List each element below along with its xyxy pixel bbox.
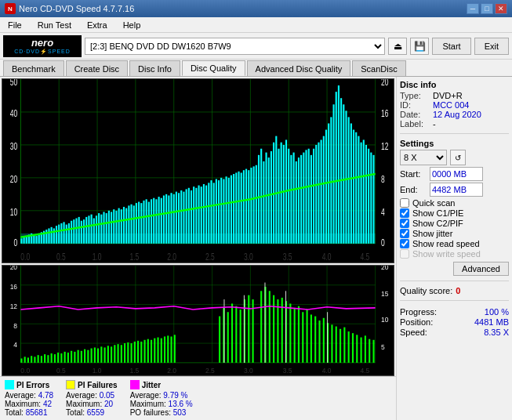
show-jitter-checkbox[interactable] — [400, 229, 409, 238]
svg-rect-219 — [100, 346, 102, 362]
svg-rect-212 — [78, 350, 79, 363]
logo-sub: CD·DVD⚡SPEED — [14, 49, 71, 55]
show-write-speed-checkbox[interactable] — [400, 249, 409, 259]
svg-rect-229 — [134, 342, 136, 363]
pi-failures-avg: Average: 0.05 — [66, 391, 118, 400]
svg-text:20: 20 — [10, 266, 18, 271]
svg-rect-99 — [228, 178, 230, 244]
svg-rect-56 — [121, 209, 122, 244]
tab-disc-info[interactable]: Disc Info — [129, 60, 180, 76]
svg-text:0: 0 — [13, 237, 17, 248]
svg-rect-218 — [97, 349, 99, 363]
chart2-svg: 20 16 12 8 4 20 15 10 5 0.0 0.5 1.0 1.5 … — [2, 266, 394, 375]
svg-rect-63 — [138, 202, 140, 244]
drive-select[interactable]: [2:3] BENQ DVD DD DW1620 B7W9 — [85, 38, 385, 55]
svg-rect-95 — [218, 180, 220, 244]
svg-rect-221 — [107, 346, 109, 363]
svg-rect-90 — [205, 186, 207, 244]
svg-rect-65 — [143, 201, 144, 244]
start-input[interactable] — [430, 167, 483, 181]
tab-benchmark[interactable]: Benchmark — [3, 60, 64, 76]
show-c2pif-checkbox[interactable] — [400, 219, 409, 228]
refresh-button[interactable]: ↺ — [450, 150, 466, 165]
show-jitter-label: Show jitter — [412, 229, 452, 238]
pi-failures-avg-val: 0.05 — [100, 391, 114, 400]
svg-rect-262 — [307, 310, 308, 363]
svg-rect-245 — [231, 303, 233, 362]
start-button[interactable]: Start — [432, 38, 470, 55]
show-read-speed-checkbox[interactable] — [400, 239, 409, 248]
tab-disc-quality[interactable]: Disc Quality — [182, 60, 245, 76]
svg-rect-89 — [203, 184, 205, 244]
exit-button[interactable]: Exit — [474, 38, 509, 55]
svg-rect-31 — [58, 225, 60, 244]
quality-score-value: 0 — [456, 286, 460, 295]
svg-rect-82 — [186, 189, 187, 243]
svg-rect-93 — [213, 183, 215, 243]
svg-text:15: 15 — [381, 290, 389, 298]
menu-extra[interactable]: Extra — [82, 19, 112, 31]
save-button[interactable]: 💾 — [410, 38, 429, 55]
svg-text:8: 8 — [13, 322, 17, 330]
svg-rect-47 — [98, 213, 100, 244]
settings-section: Settings 8 X 4 X 2 X Max ↺ Start: End: — [400, 139, 509, 276]
svg-rect-264 — [314, 317, 316, 363]
svg-rect-255 — [277, 299, 278, 363]
pi-errors-label: PI Errors — [16, 381, 49, 389]
show-read-speed-row: Show read speed — [400, 239, 509, 248]
svg-rect-87 — [198, 186, 200, 244]
svg-rect-237 — [161, 339, 162, 363]
close-button[interactable]: ✕ — [495, 3, 507, 14]
svg-rect-148 — [350, 123, 352, 243]
svg-text:50: 50 — [10, 79, 17, 87]
svg-rect-235 — [154, 339, 155, 363]
svg-rect-54 — [115, 211, 117, 244]
svg-rect-205 — [54, 354, 56, 363]
svg-rect-216 — [91, 349, 93, 363]
maximize-button[interactable]: □ — [481, 3, 493, 14]
svg-rect-196 — [24, 357, 26, 363]
advanced-button[interactable]: Advanced — [453, 262, 509, 276]
pi-failures-total: Total: 6559 — [66, 408, 118, 417]
svg-rect-68 — [151, 199, 152, 243]
svg-rect-275 — [361, 338, 362, 363]
svg-rect-215 — [87, 350, 89, 363]
svg-rect-62 — [136, 203, 137, 244]
pi-errors-color — [5, 380, 14, 389]
svg-rect-258 — [289, 303, 291, 362]
svg-text:5: 5 — [381, 343, 385, 351]
svg-rect-100 — [231, 176, 232, 244]
svg-rect-123 — [288, 149, 289, 244]
tab-advanced-disc-quality[interactable]: Advanced Disc Quality — [247, 60, 351, 76]
quick-scan-checkbox[interactable] — [400, 198, 409, 208]
svg-rect-134 — [315, 145, 317, 244]
minimize-button[interactable]: ─ — [467, 3, 479, 14]
show-c1pie-checkbox[interactable] — [400, 208, 409, 218]
menu-file[interactable]: File — [3, 19, 27, 31]
menubar: File Run Test Extra Help — [0, 17, 512, 33]
position-value: 4481 MB — [474, 317, 509, 327]
svg-text:4: 4 — [13, 341, 17, 349]
menu-help[interactable]: Help — [118, 19, 146, 31]
svg-rect-224 — [118, 344, 119, 363]
tab-scan-disc[interactable]: ScanDisc — [352, 60, 405, 76]
eject-button[interactable]: ⏏ — [388, 38, 407, 55]
speed-select[interactable]: 8 X 4 X 2 X Max — [400, 150, 447, 165]
svg-rect-133 — [313, 149, 314, 244]
svg-rect-115 — [268, 158, 270, 244]
end-input[interactable] — [430, 183, 483, 197]
svg-rect-156 — [370, 153, 372, 244]
svg-rect-108 — [250, 168, 252, 244]
svg-rect-145 — [343, 104, 344, 244]
svg-rect-254 — [273, 295, 274, 363]
menu-run-test[interactable]: Run Test — [33, 19, 76, 31]
pi-failures-label: PI Failures — [78, 381, 118, 389]
svg-rect-88 — [201, 186, 202, 244]
svg-rect-51 — [108, 211, 110, 244]
tab-create-disc[interactable]: Create Disc — [66, 60, 128, 76]
svg-text:10: 10 — [381, 316, 389, 324]
svg-rect-246 — [235, 306, 237, 363]
pi-failures-max-val: 20 — [104, 400, 113, 408]
svg-rect-22 — [35, 236, 37, 244]
svg-rect-151 — [358, 136, 359, 244]
